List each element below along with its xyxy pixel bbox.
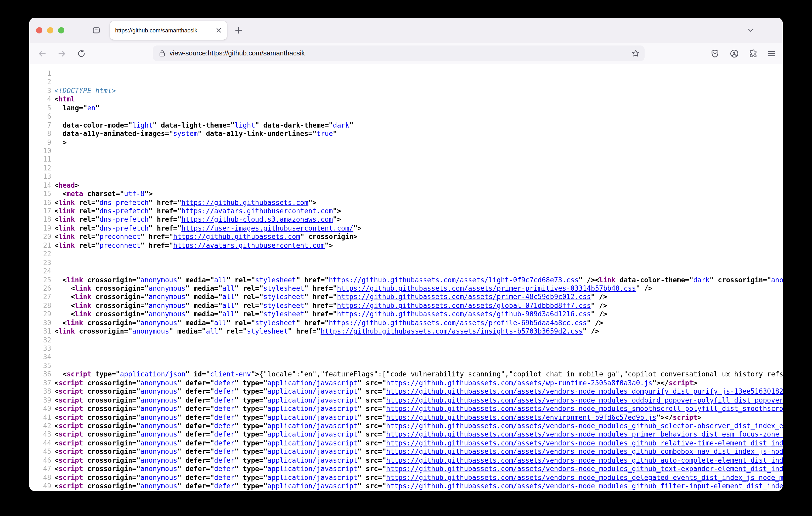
source-token: link xyxy=(75,310,91,318)
source-token: crossorigin xyxy=(87,456,132,464)
source-link[interactable]: https://github.githubassets.com/assets/w… xyxy=(386,379,652,387)
source-link[interactable]: https://github.githubassets.com/assets/p… xyxy=(337,284,636,292)
source-token: link xyxy=(75,284,91,292)
source-token: link xyxy=(59,216,75,223)
source-token: script xyxy=(59,465,83,473)
source-token: utf-8 xyxy=(124,190,144,198)
source-link[interactable]: https://github.githubassets.com/assets/v… xyxy=(386,387,783,395)
source-link[interactable]: https://github.githubassets.com/assets/e… xyxy=(386,413,656,421)
source-token: " xyxy=(235,422,243,430)
source-link[interactable]: https://github.githubassets.com/assets/v… xyxy=(386,405,783,413)
source-token: =" xyxy=(91,216,99,223)
line-number: 6 xyxy=(29,113,54,121)
url-bar[interactable]: view-source:https://github.com/samanthac… xyxy=(153,45,645,61)
line-number: 19 xyxy=(29,224,54,233)
source-token xyxy=(75,242,79,249)
source-token: " xyxy=(357,396,366,404)
source-link[interactable]: https://github.githubassets.com/assets/v… xyxy=(386,439,783,447)
source-token: =" xyxy=(378,379,386,387)
source-link[interactable]: https://github.githubassets.com/assets/p… xyxy=(337,293,591,301)
chevron-down-icon[interactable] xyxy=(747,27,754,34)
source-link[interactable]: https://github-cloud.s3.amazonaws.com xyxy=(181,216,333,223)
source-link[interactable]: https://avatars.githubusercontent.com xyxy=(181,207,333,215)
source-token: " xyxy=(177,430,185,438)
source-link[interactable]: https://github.githubassets.com/assets/v… xyxy=(386,474,783,481)
source-token: anonymous xyxy=(141,379,177,387)
source-token: =" xyxy=(91,224,99,232)
plus-icon[interactable] xyxy=(234,26,243,34)
shield-icon[interactable] xyxy=(710,49,719,58)
source-link[interactable]: https://github.githubassets.com/assets/v… xyxy=(386,456,783,464)
account-icon[interactable] xyxy=(730,49,739,58)
source-link[interactable]: https://github.githubassets.com xyxy=(181,199,308,206)
source-token: =" xyxy=(124,121,132,129)
source-token: =" xyxy=(329,284,337,292)
browser-tab-active[interactable]: https://github.com/samanthacsik xyxy=(110,21,227,40)
source-token: src xyxy=(366,448,378,456)
source-link[interactable]: https://github.githubassets.com/assets/v… xyxy=(386,448,783,456)
source-token: defer xyxy=(214,430,235,438)
source-link[interactable]: https://github.githubassets.com/assets/v… xyxy=(386,465,783,473)
source-token: " xyxy=(177,405,185,413)
source-token: =" xyxy=(165,130,173,138)
source-token: =" xyxy=(91,207,99,215)
traffic-light-minimize[interactable] xyxy=(47,27,53,33)
source-token: charset xyxy=(87,190,116,198)
source-token: anonymous xyxy=(141,276,177,284)
back-icon[interactable] xyxy=(38,49,47,58)
source-token: href xyxy=(304,318,321,327)
source-token: " xyxy=(177,474,185,481)
source-token: =" xyxy=(685,276,693,284)
source-link[interactable]: https://avatars.githubusercontent.com xyxy=(173,242,325,249)
source-token: < xyxy=(71,302,75,309)
forward-icon[interactable] xyxy=(58,49,66,58)
source-token xyxy=(91,302,95,309)
source-token: =" xyxy=(91,233,99,241)
menu-hamburger-icon[interactable] xyxy=(767,49,776,58)
source-token: defer xyxy=(214,465,235,473)
extensions-puzzle-icon[interactable] xyxy=(749,49,758,58)
source-token xyxy=(54,284,71,292)
refresh-icon[interactable] xyxy=(77,49,86,58)
source-token: =" xyxy=(378,387,386,395)
lock-icon[interactable] xyxy=(158,50,166,57)
source-token: link xyxy=(599,276,615,284)
source-link[interactable]: https://github.githubassets.com/assets/p… xyxy=(329,318,587,327)
source-link[interactable]: https://github.githubassets.com/assets/i… xyxy=(321,327,583,335)
source-token: "> xyxy=(144,190,152,198)
source-link[interactable]: https://github.githubassets.com/assets/v… xyxy=(386,396,783,404)
source-token xyxy=(83,448,87,456)
line-number: 9 xyxy=(29,138,54,147)
source-token: defer xyxy=(214,422,235,430)
source-token: < xyxy=(595,276,599,284)
close-icon[interactable] xyxy=(214,26,223,34)
source-token: href xyxy=(157,224,173,232)
source-link[interactable]: https://github.githubassets.com/assets/v… xyxy=(386,482,783,490)
view-source-content: 123<!DOCTYPE html>4<html5 lang="en"67 da… xyxy=(29,64,783,491)
source-token: " /> xyxy=(591,310,607,318)
source-link[interactable]: https://github.githubassets.com/assets/v… xyxy=(386,422,783,430)
source-token xyxy=(54,121,62,129)
bookmark-star-icon[interactable] xyxy=(632,49,640,58)
source-link[interactable]: https://github.githubassets.com/assets/g… xyxy=(337,302,591,309)
sidebar-toggle-icon[interactable] xyxy=(92,26,100,34)
source-token: rel xyxy=(79,224,91,232)
traffic-light-zoom[interactable] xyxy=(58,27,64,33)
source-token: =" xyxy=(312,327,320,335)
line-number: 26 xyxy=(29,284,54,293)
line-number: 15 xyxy=(29,190,54,199)
source-token: crossorigin xyxy=(95,284,141,292)
source-link[interactable]: https://user-images.githubusercontent.co… xyxy=(181,224,353,232)
source-line: 35 xyxy=(29,362,783,370)
source-token: anonymous xyxy=(141,396,177,404)
source-link[interactable]: https://github.githubassets.com xyxy=(173,233,300,241)
source-token: href xyxy=(157,199,173,206)
source-token: meta xyxy=(67,190,83,198)
source-token: crossorigin xyxy=(87,482,132,490)
source-link[interactable]: https://github.githubassets.com/assets/v… xyxy=(386,430,783,438)
traffic-light-close[interactable] xyxy=(36,27,42,33)
source-link[interactable]: https://github.githubassets.com/assets/l… xyxy=(329,276,579,284)
source-link[interactable]: https://github.githubassets.com/assets/g… xyxy=(337,310,591,318)
source-token: application/javascript xyxy=(267,456,357,464)
source-token: < xyxy=(54,181,59,189)
